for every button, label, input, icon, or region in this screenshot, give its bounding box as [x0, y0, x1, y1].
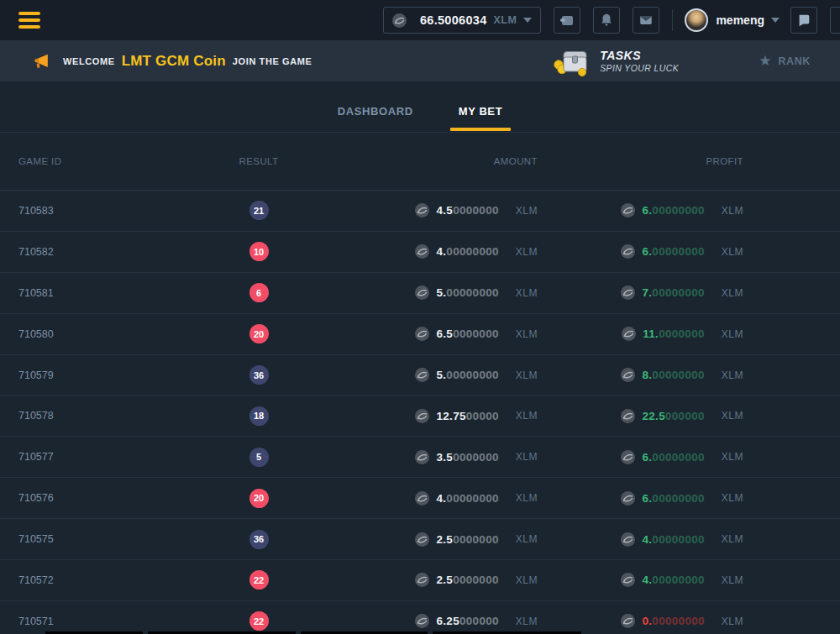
amount-value: 6.25000000	[436, 615, 498, 627]
username: memeng	[716, 13, 764, 27]
megaphone-icon	[32, 52, 51, 71]
amount-cell: 12.7500000 XLM	[301, 409, 538, 423]
tab-my-bet[interactable]: MY BET	[450, 90, 511, 132]
rank-label: RANK	[778, 55, 811, 67]
result-badge: 36	[249, 530, 269, 549]
amount-currency: XLM	[516, 533, 538, 545]
result-badge: 21	[249, 201, 269, 220]
rank-button[interactable]: ★ RANK	[759, 54, 811, 68]
amount-currency: XLM	[516, 492, 538, 504]
table-row[interactable]: 710571 22 6.25000000 XLM 0.00000000 XLM	[0, 601, 840, 634]
profit-currency: XLM	[722, 616, 743, 627]
chat-toggle-button[interactable]	[790, 7, 817, 34]
table-row[interactable]: 710578 18 12.7500000 XLM 22.5000000 XLM	[0, 396, 840, 437]
amount-currency: XLM	[516, 328, 538, 340]
table-row[interactable]: 710581 6 5.00000000 XLM 7.00000000 XLM	[0, 273, 840, 314]
amount-cell: 5.00000000 XLM	[301, 286, 538, 300]
stellar-coin-icon	[622, 327, 636, 341]
result-badge: 18	[249, 406, 269, 426]
profit-value: 4.00000000	[642, 533, 704, 546]
profit-cell: 7.00000000 XLM	[538, 286, 743, 300]
table-row[interactable]: 710576 20 4.00000000 XLM 6.00000000 XLM	[0, 478, 840, 519]
amount-cell: 4.00000000 XLM	[301, 491, 538, 506]
result-badge: 5	[249, 448, 269, 467]
star-icon: ★	[759, 54, 771, 68]
chevron-down-icon	[523, 18, 532, 23]
amount-currency: XLM	[516, 616, 538, 627]
stellar-coin-icon	[621, 491, 635, 506]
amount-currency: XLM	[516, 205, 538, 217]
stellar-coin-icon	[621, 450, 635, 464]
notifications-button[interactable]	[593, 7, 620, 34]
amount-currency: XLM	[516, 369, 538, 381]
stellar-coin-icon	[392, 13, 407, 28]
user-menu[interactable]: memeng	[685, 8, 780, 32]
profit-cell: 4.00000000 XLM	[538, 573, 743, 587]
tasks-button[interactable]: TASKS SPIN YOUR LUCK	[553, 46, 679, 76]
profit-cell: 6.00000000 XLM	[538, 491, 743, 506]
game-id: 710583	[18, 205, 217, 217]
profit-value: 6.00000000	[642, 492, 704, 505]
stellar-coin-icon	[621, 409, 635, 423]
game-id: 710581	[18, 287, 217, 299]
result-badge: 20	[249, 489, 269, 508]
table-row[interactable]: 710583 21 4.50000000 XLM 6.00000000 XLM	[0, 191, 840, 232]
balance-currency: XLM	[494, 14, 517, 26]
profit-value: 6.00000000	[642, 451, 704, 464]
table-header-row: GAME ID RESULT AMOUNT PROFIT	[0, 133, 840, 191]
profit-currency: XLM	[722, 205, 743, 217]
table-row[interactable]: 710572 22 2.50000000 XLM 4.00000000 XLM	[0, 560, 840, 601]
table-row[interactable]: 710580 20 6.50000000 XLM 11.0000000 XLM	[0, 314, 840, 355]
stellar-coin-icon	[415, 450, 429, 464]
profit-value: 7.00000000	[642, 286, 704, 299]
header-profit: PROFIT	[538, 156, 743, 166]
profit-value: 6.00000000	[642, 204, 704, 217]
mail-button[interactable]	[633, 7, 659, 34]
amount-value: 6.50000000	[436, 327, 498, 340]
game-id: 710575	[18, 533, 217, 545]
table-row[interactable]: 710575 36 2.50000000 XLM 4.00000000 XLM	[0, 519, 840, 560]
wallet-button[interactable]	[554, 7, 580, 34]
table-row[interactable]: 710579 36 5.00000000 XLM 8.00000000 XLM	[0, 355, 840, 396]
amount-cell: 2.50000000 XLM	[301, 532, 538, 547]
result-badge: 6	[249, 283, 269, 302]
chat-icon	[796, 13, 811, 28]
stellar-coin-icon	[415, 532, 429, 547]
amount-cell: 5.00000000 XLM	[301, 368, 538, 382]
stellar-coin-icon	[621, 532, 635, 547]
coin-name-label: LMT GCM Coin	[122, 53, 226, 70]
amount-value: 3.50000000	[436, 451, 498, 464]
table-row[interactable]: 710577 5 3.50000000 XLM 6.00000000 XLM	[0, 437, 840, 478]
balance-amount: 66.5006034	[420, 13, 487, 27]
stellar-coin-icon	[621, 614, 635, 628]
stellar-coin-icon	[415, 491, 429, 506]
profit-currency: XLM	[722, 287, 743, 299]
amount-currency: XLM	[516, 246, 538, 258]
profit-cell: 4.00000000 XLM	[538, 532, 743, 547]
game-id: 710577	[18, 451, 217, 463]
amount-cell: 2.50000000 XLM	[301, 573, 538, 587]
stellar-coin-icon	[415, 614, 429, 628]
hamburger-menu-icon[interactable]	[18, 12, 40, 29]
header-result: RESULT	[217, 156, 301, 166]
amount-value: 5.00000000	[436, 369, 498, 381]
profit-currency: XLM	[722, 492, 743, 504]
profit-cell: 22.5000000 XLM	[538, 409, 743, 423]
profit-value: 8.00000000	[642, 369, 704, 381]
amount-currency: XLM	[516, 410, 538, 422]
stellar-coin-icon	[621, 286, 635, 300]
stellar-coin-icon	[415, 327, 429, 341]
balance-selector[interactable]: 66.5006034 XLM	[383, 7, 542, 34]
stellar-coin-icon	[621, 203, 635, 217]
profit-value: 11.0000000	[643, 327, 705, 340]
amount-value: 12.7500000	[436, 410, 498, 422]
profit-currency: XLM	[722, 533, 743, 545]
amount-currency: XLM	[516, 574, 538, 586]
tab-dashboard[interactable]: DASHBOARD	[329, 90, 422, 132]
partial-cutoff-button	[830, 7, 840, 34]
amount-cell: 6.25000000 XLM	[301, 614, 538, 628]
amount-currency: XLM	[516, 451, 538, 463]
table-row[interactable]: 710582 10 4.00000000 XLM 6.00000000 XLM	[0, 232, 840, 273]
game-id: 710580	[18, 328, 217, 340]
profit-currency: XLM	[722, 369, 743, 381]
